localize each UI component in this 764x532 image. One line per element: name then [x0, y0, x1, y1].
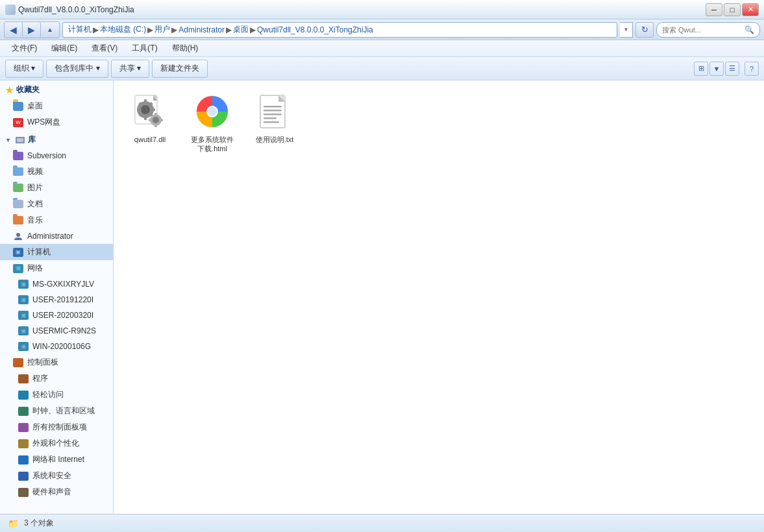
view-dropdown-button[interactable]: ▼ [709, 62, 724, 76]
folder-icon-status: 📁 [8, 518, 19, 529]
star-icon: ★ [5, 85, 14, 95]
include-library-button[interactable]: 包含到库中 ▾ [46, 60, 108, 78]
back-button[interactable]: ◀ [5, 22, 23, 38]
ms-gxk-label: MS-GXKIXRYJLV [32, 280, 94, 289]
svg-rect-21 [160, 119, 163, 121]
sidebar: ★ 收藏夹 桌面 W WPS网盘 ▼ [0, 80, 114, 514]
share-button[interactable]: 共享 ▾ [111, 60, 149, 78]
sidebar-item-music[interactable]: 音乐 [0, 212, 113, 228]
sidebar-item-admin[interactable]: Administrator [0, 228, 113, 244]
sidebar-item-desktop[interactable]: 桌面 [0, 98, 113, 114]
new-folder-button[interactable]: 新建文件夹 [152, 60, 208, 78]
include-label: 包含到库中 ▾ [55, 63, 99, 74]
sidebar-item-ease-access[interactable]: 轻松访问 [0, 387, 113, 403]
refresh-button[interactable]: ↻ [635, 22, 654, 38]
search-box[interactable]: 🔍 [656, 22, 760, 38]
minimize-button[interactable]: ─ [706, 3, 722, 16]
library-arrow: ▼ [5, 137, 11, 143]
view-icons-button[interactable]: ⊞ [694, 62, 708, 76]
sidebar-item-control-panel[interactable]: 控制面板 [0, 354, 113, 370]
sidebar-item-network[interactable]: 网络 [0, 260, 113, 276]
file-item-txt[interactable]: 使用说明.txt [249, 91, 301, 158]
system-security-label: 系统和安全 [32, 470, 71, 481]
user-2020-label: USER-20200320I [32, 311, 93, 320]
library-icon [15, 135, 25, 145]
menu-file[interactable]: 文件(F) [5, 42, 43, 55]
desktop-label: 桌面 [27, 101, 43, 112]
favorites-section: ★ 收藏夹 桌面 W WPS网盘 [0, 80, 113, 130]
docs-label: 文档 [27, 199, 43, 210]
menu-help[interactable]: 帮助(H) [166, 42, 205, 55]
pictures-label: 图片 [27, 182, 43, 193]
address-path[interactable]: 计算机 ▶ 本地磁盘 (C:) ▶ 用户 ▶ Administrator ▶ 桌… [62, 22, 617, 38]
organize-button[interactable]: 组织 ▾ [5, 60, 43, 78]
svg-point-17 [153, 117, 159, 123]
html-file-name: 更多系统软件下载.html [189, 135, 236, 154]
help-button[interactable]: ? [745, 62, 759, 76]
organize-label: 组织 ▾ [14, 63, 35, 74]
svg-rect-10 [137, 108, 140, 111]
sidebar-item-pictures[interactable]: 图片 [0, 180, 113, 196]
new-folder-label: 新建文件夹 [160, 63, 199, 74]
sidebar-item-win-2020[interactable]: WIN-20200106G [0, 339, 113, 354]
sidebar-item-network-internet[interactable]: 网络和 Internet [0, 452, 113, 468]
desktop-icon [13, 101, 23, 112]
view-details-button[interactable]: ☰ [725, 62, 739, 76]
sidebar-item-user-2020[interactable]: USER-20200320I [0, 308, 113, 323]
sidebar-item-appearance[interactable]: 外观和个性化 [0, 435, 113, 452]
sidebar-item-ms-gxk[interactable]: MS-GXKIXRYJLV [0, 276, 113, 292]
sidebar-item-docs[interactable]: 文档 [0, 196, 113, 212]
menu-edit[interactable]: 编辑(E) [45, 42, 84, 55]
forward-button[interactable]: ▶ [23, 22, 41, 38]
svg-rect-29 [264, 110, 282, 112]
favorites-label: 收藏夹 [16, 84, 40, 95]
library-header[interactable]: ▼ 库 [0, 130, 113, 148]
all-cp-icon [18, 422, 29, 433]
pictures-icon [13, 183, 23, 193]
up-button[interactable]: ▲ [41, 22, 59, 38]
file-item-html[interactable]: 更多系统软件下载.html [186, 91, 238, 158]
svg-rect-11 [152, 108, 155, 111]
hardware-sound-label: 硬件和声音 [32, 487, 71, 498]
sidebar-item-usermic[interactable]: USERMIC-R9N2S [0, 323, 113, 339]
txt-file-name: 使用说明.txt [256, 135, 294, 144]
control-panel-label: 控制面板 [27, 357, 58, 368]
file-item-dll[interactable]: qwutil7.dll [124, 91, 176, 158]
menu-bar: 文件(F) 编辑(E) 查看(V) 工具(T) 帮助(H) [0, 40, 764, 57]
maximize-button[interactable]: □ [724, 3, 741, 16]
sidebar-item-all-cp[interactable]: 所有控制面板项 [0, 419, 113, 435]
svg-rect-8 [144, 99, 147, 103]
sidebar-item-computer[interactable]: 计算机 [0, 244, 113, 260]
sidebar-item-wps[interactable]: W WPS网盘 [0, 114, 113, 130]
menu-tools[interactable]: 工具(T) [125, 42, 164, 55]
sidebar-item-hardware-sound[interactable]: 硬件和声音 [0, 484, 113, 500]
computer-icon [13, 247, 23, 258]
sidebar-item-clock[interactable]: 时钟、语言和区域 [0, 403, 113, 419]
programs-icon [18, 374, 29, 384]
search-input[interactable] [662, 26, 745, 34]
appearance-label: 外观和个性化 [32, 438, 79, 449]
network-icon [13, 263, 23, 274]
svg-rect-30 [264, 114, 282, 115]
svn-label: Subversion [27, 151, 66, 160]
svg-rect-20 [149, 119, 151, 121]
address-dropdown[interactable]: ▼ [620, 22, 633, 38]
svg-rect-18 [154, 113, 157, 115]
admin-icon [13, 231, 23, 241]
sidebar-item-svn[interactable]: Subversion [0, 148, 113, 163]
admin-label: Administrator [27, 232, 73, 241]
dll-file-icon [132, 95, 168, 131]
search-icon: 🔍 [745, 25, 754, 34]
close-button[interactable]: ✕ [742, 3, 759, 16]
sidebar-item-programs[interactable]: 程序 [0, 370, 113, 387]
net-computer-icon-5 [18, 341, 29, 352]
title-bar-left: Qwutil7dll_V8.0.0.0_XiTongZhiJia [5, 5, 134, 15]
window-icon [5, 5, 16, 15]
menu-view[interactable]: 查看(V) [85, 42, 124, 55]
sidebar-item-video[interactable]: 视频 [0, 163, 113, 180]
net-computer-icon-3 [18, 310, 29, 320]
favorites-header[interactable]: ★ 收藏夹 [0, 80, 113, 98]
sidebar-item-system-security[interactable]: 系统和安全 [0, 468, 113, 484]
sidebar-item-user-2019[interactable]: USER-20191220I [0, 292, 113, 308]
svg-rect-1 [17, 138, 23, 142]
